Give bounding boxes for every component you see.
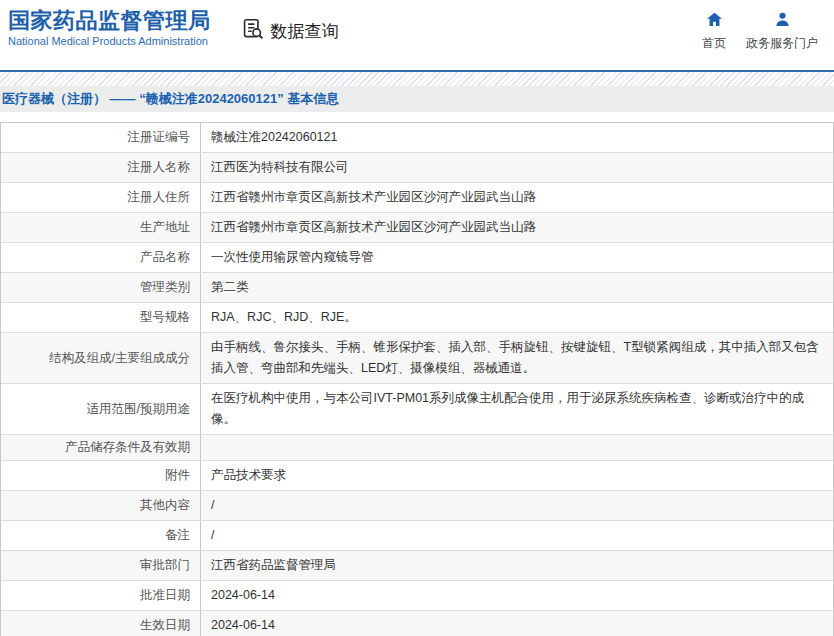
table-row: 备注 / bbox=[1, 521, 833, 551]
row-label: 产品名称 bbox=[1, 243, 201, 272]
registration-info-table: 注册证编号 赣械注准20242060121 注册人名称 江西医为特科技有限公司 … bbox=[0, 122, 834, 636]
row-value: RJA、RJC、RJD、RJE。 bbox=[201, 303, 833, 332]
data-query-nav[interactable]: 数据查询 bbox=[241, 17, 339, 46]
table-row: 生效日期 2024-06-14 bbox=[1, 611, 833, 636]
row-label: 其他内容 bbox=[1, 491, 201, 520]
row-value: 产品技术要求 bbox=[201, 461, 833, 490]
row-value bbox=[201, 435, 833, 460]
table-row: 注册证编号 赣械注准20242060121 bbox=[1, 123, 833, 153]
nav-portal[interactable]: 政务服务门户 bbox=[746, 11, 818, 52]
row-value: 一次性使用输尿管内窥镜导管 bbox=[201, 243, 833, 272]
nav-home-label: 首页 bbox=[702, 35, 726, 52]
table-row: 注册人名称 江西医为特科技有限公司 bbox=[1, 153, 833, 183]
table-row: 管理类别 第二类 bbox=[1, 273, 833, 303]
home-icon bbox=[706, 11, 723, 31]
table-row: 产品名称 一次性使用输尿管内窥镜导管 bbox=[1, 243, 833, 273]
table-row: 其他内容 / bbox=[1, 491, 833, 521]
row-label: 结构及组成/主要组成成分 bbox=[1, 333, 201, 383]
row-label: 生产地址 bbox=[1, 213, 201, 242]
title-table-gap bbox=[0, 112, 834, 122]
nav-portal-label: 政务服务门户 bbox=[746, 35, 818, 52]
page-title: 医疗器械（注册） —— “赣械注准20242060121” 基本信息 bbox=[0, 86, 834, 112]
row-value: / bbox=[201, 521, 833, 550]
row-value: / bbox=[201, 491, 833, 520]
table-row: 产品储存条件及有效期 bbox=[1, 435, 833, 461]
row-label: 附件 bbox=[1, 461, 201, 490]
row-label: 审批部门 bbox=[1, 551, 201, 580]
site-header: 国家药品监督管理局 National Medical Products Admi… bbox=[0, 0, 834, 70]
table-row: 适用范围/预期用途 在医疗机构中使用，与本公司IVT-PM01系列成像主机配合使… bbox=[1, 384, 833, 435]
data-query-label: 数据查询 bbox=[271, 20, 339, 43]
row-label: 管理类别 bbox=[1, 273, 201, 302]
data-query-icon bbox=[241, 17, 266, 46]
table-row: 审批部门 江西省药品监督管理局 bbox=[1, 551, 833, 581]
table-row: 结构及组成/主要组成成分 由手柄线、鲁尔接头、手柄、锥形保护套、插入部、手柄旋钮… bbox=[1, 333, 833, 384]
row-label: 注册证编号 bbox=[1, 123, 201, 152]
nmpa-logo[interactable]: 国家药品监督管理局 National Medical Products Admi… bbox=[8, 7, 211, 47]
nav-home[interactable]: 首页 bbox=[702, 11, 726, 52]
row-value: 由手柄线、鲁尔接头、手柄、锥形保护套、插入部、手柄旋钮、按键旋钮、T型锁紧阀组成… bbox=[201, 333, 833, 383]
row-label: 注册人名称 bbox=[1, 153, 201, 182]
table-row: 生产地址 江西省赣州市章贡区高新技术产业园区沙河产业园武当山路 bbox=[1, 213, 833, 243]
table-row: 注册人住所 江西省赣州市章贡区高新技术产业园区沙河产业园武当山路 bbox=[1, 183, 833, 213]
row-label: 产品储存条件及有效期 bbox=[1, 435, 201, 460]
row-label: 型号规格 bbox=[1, 303, 201, 332]
row-label: 适用范围/预期用途 bbox=[1, 384, 201, 434]
row-value: 江西省药品监督管理局 bbox=[201, 551, 833, 580]
row-label: 注册人住所 bbox=[1, 183, 201, 212]
table-row: 型号规格 RJA、RJC、RJD、RJE。 bbox=[1, 303, 833, 333]
row-label: 备注 bbox=[1, 521, 201, 550]
header-nav: 首页 政务服务门户 bbox=[702, 11, 818, 52]
person-icon bbox=[774, 11, 791, 31]
logo-title: 国家药品监督管理局 bbox=[8, 7, 211, 34]
row-value: 2024-06-14 bbox=[201, 611, 833, 636]
hatch-stripe-band bbox=[0, 72, 834, 86]
row-value: 江西医为特科技有限公司 bbox=[201, 153, 833, 182]
row-value: 在医疗机构中使用，与本公司IVT-PM01系列成像主机配合使用，用于泌尿系统疾病… bbox=[201, 384, 833, 434]
table-row: 批准日期 2024-06-14 bbox=[1, 581, 833, 611]
table-rows: 注册证编号 赣械注准20242060121 注册人名称 江西医为特科技有限公司 … bbox=[1, 123, 833, 636]
table-row: 附件 产品技术要求 bbox=[1, 461, 833, 491]
row-value: 第二类 bbox=[201, 273, 833, 302]
row-value: 江西省赣州市章贡区高新技术产业园区沙河产业园武当山路 bbox=[201, 183, 833, 212]
logo-subtitle: National Medical Products Administration bbox=[8, 35, 211, 47]
row-label: 生效日期 bbox=[1, 611, 201, 636]
row-value: 江西省赣州市章贡区高新技术产业园区沙河产业园武当山路 bbox=[201, 213, 833, 242]
row-value: 2024-06-14 bbox=[201, 581, 833, 610]
row-value: 赣械注准20242060121 bbox=[201, 123, 833, 152]
row-label: 批准日期 bbox=[1, 581, 201, 610]
